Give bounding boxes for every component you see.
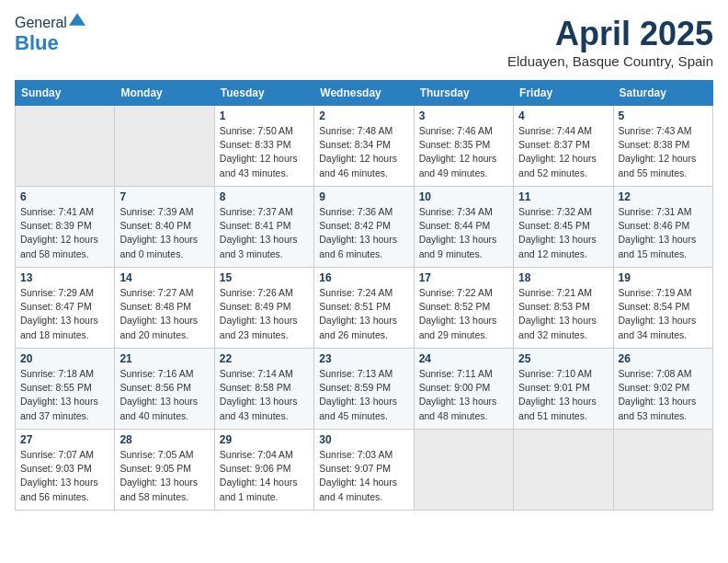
day-detail: Sunrise: 7:04 AM Sunset: 9:06 PM Dayligh…: [220, 448, 309, 504]
col-header-monday: Monday: [115, 81, 214, 106]
day-number: 4: [518, 109, 608, 122]
day-detail: Sunrise: 7:11 AM Sunset: 9:00 PM Dayligh…: [419, 367, 508, 423]
day-number: 28: [119, 433, 209, 446]
calendar-cell: 12Sunrise: 7:31 AM Sunset: 8:46 PM Dayli…: [613, 187, 712, 268]
calendar-cell: 3Sunrise: 7:46 AM Sunset: 8:35 PM Daylig…: [414, 106, 513, 187]
calendar-cell: [613, 430, 712, 511]
calendar-cell: 4Sunrise: 7:44 AM Sunset: 8:37 PM Daylig…: [514, 106, 613, 187]
calendar-cell: 2Sunrise: 7:48 AM Sunset: 8:34 PM Daylig…: [314, 106, 414, 187]
day-number: 27: [20, 433, 109, 446]
day-detail: Sunrise: 7:44 AM Sunset: 8:37 PM Dayligh…: [518, 124, 608, 180]
day-detail: Sunrise: 7:08 AM Sunset: 9:02 PM Dayligh…: [619, 367, 708, 423]
day-number: 23: [319, 352, 408, 365]
day-number: 19: [619, 271, 708, 284]
day-number: 26: [619, 352, 708, 365]
calendar-cell: 13Sunrise: 7:29 AM Sunset: 8:47 PM Dayli…: [16, 268, 115, 349]
day-number: 15: [220, 271, 309, 284]
day-number: 3: [419, 109, 508, 122]
calendar-cell: 22Sunrise: 7:14 AM Sunset: 8:58 PM Dayli…: [214, 349, 313, 430]
day-number: 9: [319, 190, 408, 203]
logo-icon: [69, 11, 85, 28]
day-number: 8: [220, 190, 309, 203]
day-detail: Sunrise: 7:22 AM Sunset: 8:52 PM Dayligh…: [419, 286, 508, 342]
day-number: 29: [220, 433, 309, 446]
day-number: 24: [419, 352, 508, 365]
day-number: 25: [518, 352, 608, 365]
col-header-friday: Friday: [514, 81, 613, 106]
day-detail: Sunrise: 7:14 AM Sunset: 8:58 PM Dayligh…: [220, 367, 309, 423]
col-header-wednesday: Wednesday: [314, 81, 414, 106]
logo: General Blue: [15, 15, 85, 55]
day-detail: Sunrise: 7:50 AM Sunset: 8:33 PM Dayligh…: [220, 124, 309, 180]
day-detail: Sunrise: 7:37 AM Sunset: 8:41 PM Dayligh…: [220, 205, 309, 261]
day-number: 18: [518, 271, 608, 284]
day-detail: Sunrise: 7:46 AM Sunset: 8:35 PM Dayligh…: [419, 124, 508, 180]
calendar-cell: 20Sunrise: 7:18 AM Sunset: 8:55 PM Dayli…: [16, 349, 115, 430]
calendar-cell: 5Sunrise: 7:43 AM Sunset: 8:38 PM Daylig…: [613, 106, 712, 187]
day-number: 12: [619, 190, 708, 203]
calendar-cell: 18Sunrise: 7:21 AM Sunset: 8:53 PM Dayli…: [514, 268, 613, 349]
calendar-cell: 10Sunrise: 7:34 AM Sunset: 8:44 PM Dayli…: [414, 187, 513, 268]
calendar-cell: 9Sunrise: 7:36 AM Sunset: 8:42 PM Daylig…: [314, 187, 414, 268]
calendar-cell: 16Sunrise: 7:24 AM Sunset: 8:51 PM Dayli…: [314, 268, 414, 349]
day-number: 21: [119, 352, 209, 365]
day-number: 5: [619, 109, 708, 122]
day-number: 20: [20, 352, 109, 365]
col-header-tuesday: Tuesday: [214, 81, 313, 106]
day-number: 16: [319, 271, 408, 284]
calendar-cell: 25Sunrise: 7:10 AM Sunset: 9:01 PM Dayli…: [514, 349, 613, 430]
calendar-cell: 26Sunrise: 7:08 AM Sunset: 9:02 PM Dayli…: [613, 349, 712, 430]
day-detail: Sunrise: 7:48 AM Sunset: 8:34 PM Dayligh…: [319, 124, 408, 180]
day-number: 14: [119, 271, 209, 284]
day-detail: Sunrise: 7:31 AM Sunset: 8:46 PM Dayligh…: [619, 205, 708, 261]
calendar-cell: 28Sunrise: 7:05 AM Sunset: 9:05 PM Dayli…: [115, 430, 214, 511]
day-detail: Sunrise: 7:03 AM Sunset: 9:07 PM Dayligh…: [319, 448, 408, 504]
day-number: 6: [20, 190, 109, 203]
logo-blue-text: Blue: [15, 31, 85, 55]
calendar-cell: 21Sunrise: 7:16 AM Sunset: 8:56 PM Dayli…: [115, 349, 214, 430]
day-detail: Sunrise: 7:32 AM Sunset: 8:45 PM Dayligh…: [518, 205, 608, 261]
day-detail: Sunrise: 7:27 AM Sunset: 8:48 PM Dayligh…: [119, 286, 209, 342]
calendar-cell: 23Sunrise: 7:13 AM Sunset: 8:59 PM Dayli…: [314, 349, 414, 430]
day-number: 1: [220, 109, 309, 122]
day-detail: Sunrise: 7:24 AM Sunset: 8:51 PM Dayligh…: [319, 286, 408, 342]
calendar-cell: 15Sunrise: 7:26 AM Sunset: 8:49 PM Dayli…: [214, 268, 313, 349]
day-detail: Sunrise: 7:16 AM Sunset: 8:56 PM Dayligh…: [119, 367, 209, 423]
day-detail: Sunrise: 7:43 AM Sunset: 8:38 PM Dayligh…: [619, 124, 708, 180]
day-number: 7: [119, 190, 209, 203]
day-detail: Sunrise: 7:26 AM Sunset: 8:49 PM Dayligh…: [220, 286, 309, 342]
calendar-cell: 8Sunrise: 7:37 AM Sunset: 8:41 PM Daylig…: [214, 187, 313, 268]
calendar-location: Elduayen, Basque Country, Spain: [507, 53, 713, 69]
day-detail: Sunrise: 7:10 AM Sunset: 9:01 PM Dayligh…: [518, 367, 608, 423]
header: General Blue April 2025 Elduayen, Basque…: [15, 15, 713, 69]
calendar-title: April 2025: [507, 15, 713, 53]
day-detail: Sunrise: 7:29 AM Sunset: 8:47 PM Dayligh…: [20, 286, 109, 342]
day-number: 11: [518, 190, 608, 203]
day-detail: Sunrise: 7:18 AM Sunset: 8:55 PM Dayligh…: [20, 367, 109, 423]
calendar-cell: [16, 106, 115, 187]
day-detail: Sunrise: 7:36 AM Sunset: 8:42 PM Dayligh…: [319, 205, 408, 261]
calendar-cell: 30Sunrise: 7:03 AM Sunset: 9:07 PM Dayli…: [314, 430, 414, 511]
calendar-cell: 24Sunrise: 7:11 AM Sunset: 9:00 PM Dayli…: [414, 349, 513, 430]
calendar-cell: 14Sunrise: 7:27 AM Sunset: 8:48 PM Dayli…: [115, 268, 214, 349]
calendar-cell: 27Sunrise: 7:07 AM Sunset: 9:03 PM Dayli…: [16, 430, 115, 511]
day-detail: Sunrise: 7:41 AM Sunset: 8:39 PM Dayligh…: [20, 205, 109, 261]
day-number: 10: [419, 190, 508, 203]
col-header-thursday: Thursday: [414, 81, 513, 106]
col-header-sunday: Sunday: [16, 81, 115, 106]
day-detail: Sunrise: 7:39 AM Sunset: 8:40 PM Dayligh…: [119, 205, 209, 261]
calendar-cell: 19Sunrise: 7:19 AM Sunset: 8:54 PM Dayli…: [613, 268, 712, 349]
calendar-cell: [514, 430, 613, 511]
col-header-saturday: Saturday: [613, 81, 712, 106]
calendar-cell: 6Sunrise: 7:41 AM Sunset: 8:39 PM Daylig…: [16, 187, 115, 268]
svg-marker-0: [69, 13, 85, 26]
day-detail: Sunrise: 7:34 AM Sunset: 8:44 PM Dayligh…: [419, 205, 508, 261]
day-number: 2: [319, 109, 408, 122]
calendar-cell: [414, 430, 513, 511]
calendar-table: SundayMondayTuesdayWednesdayThursdayFrid…: [15, 80, 713, 511]
day-number: 22: [220, 352, 309, 365]
day-detail: Sunrise: 7:07 AM Sunset: 9:03 PM Dayligh…: [20, 448, 109, 504]
title-block: April 2025 Elduayen, Basque Country, Spa…: [507, 15, 713, 69]
calendar-cell: 11Sunrise: 7:32 AM Sunset: 8:45 PM Dayli…: [514, 187, 613, 268]
day-number: 13: [20, 271, 109, 284]
